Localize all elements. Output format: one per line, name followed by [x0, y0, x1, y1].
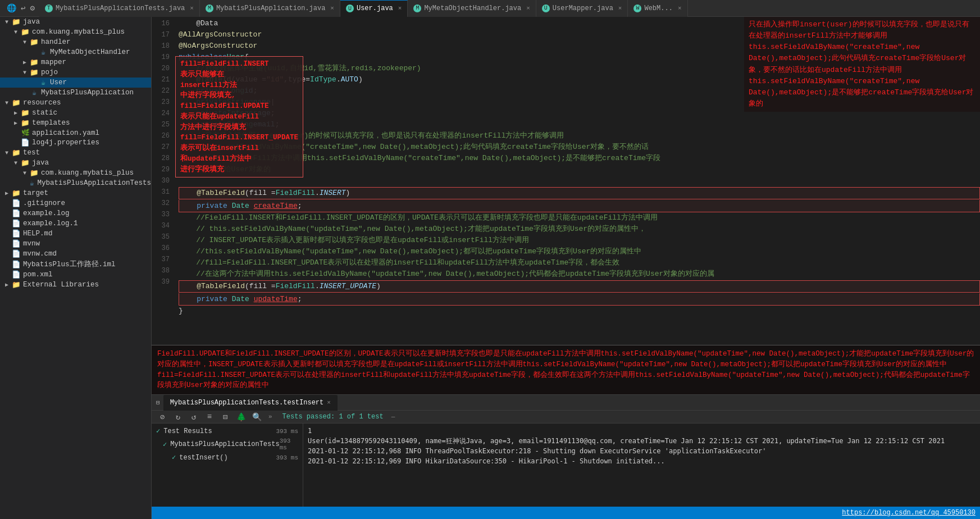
tab-close-mapper[interactable]: ×	[618, 5, 622, 12]
revert-icon[interactable]: ↩	[21, 3, 25, 13]
tree-item-log4j[interactable]: 📄 log4j.properties	[0, 138, 151, 148]
bottom-tab-close[interactable]: ×	[327, 399, 331, 406]
tree-item-external[interactable]: ▶ 📁 External Libraries	[0, 280, 151, 290]
test-method-item[interactable]: ✓ testInsert() 393 ms	[152, 452, 303, 463]
status-bar: https://blog.csdn.net/qq_45950130	[152, 507, 980, 519]
bottom-tab-testinsert[interactable]: MybatisPlusApplicationTests.testInsert ×	[163, 395, 338, 411]
tree-item-gitignore[interactable]: 📄 .gitignore	[0, 198, 151, 208]
folder-icon-pojo: 📁	[29, 68, 39, 77]
test-class-check: ✓	[163, 440, 167, 449]
anno-text-2: insertFill方法	[180, 80, 298, 91]
anno-text-5: 方法中进行字段填充	[180, 122, 298, 133]
tree-label-mapper: mapper	[41, 58, 66, 66]
tree-item-java[interactable]: ▼ 📁 java	[0, 17, 151, 27]
tab-label-mapper: UserMapper.java	[553, 4, 613, 12]
tree-item-tests-class[interactable]: ☕ MybatisPlusApplicationTests	[0, 178, 151, 188]
tab-webm[interactable]: W WebM... ×	[628, 0, 687, 17]
tree-item-target[interactable]: ▶ 📁 target	[0, 188, 151, 198]
arrow-mapper: ▶	[20, 59, 29, 66]
tree-label-test-com: com.kuang.mybatis_plus	[41, 169, 134, 177]
tree-item-iml[interactable]: 📄 MybatisPlus工作路径.iml	[0, 259, 151, 270]
test-class-item[interactable]: ✓ MybatisPlusApplicationTests 393 ms	[152, 436, 303, 452]
tab-close-app[interactable]: ×	[330, 5, 334, 12]
pass-badge: Tests passed: 1 of 1 test	[282, 413, 384, 421]
tree-item-pom[interactable]: 📄 pom.xml	[0, 270, 151, 280]
tree-label-log4j: log4j.properties	[32, 139, 99, 147]
tree-item-static[interactable]: ▶ 📁 static	[0, 108, 151, 118]
code-content[interactable]: fill=FieldFill.INSERT 表示只能够在 insertFill方…	[174, 17, 980, 345]
arrow-target: ▶	[2, 190, 11, 197]
arrow-external: ▶	[2, 281, 11, 288]
tree-item-test-java[interactable]: ▼ 📁 java	[0, 158, 151, 168]
tab-icon-meta: M	[413, 4, 421, 12]
tree-label-exlog: example.log	[23, 210, 70, 217]
tree-label-pom: pom.xml	[23, 271, 53, 279]
rerun-btn[interactable]: ↻	[172, 411, 184, 423]
tab-close-meta[interactable]: ×	[526, 5, 530, 12]
console-line-3: 2021-01-12 22:15:12,968 INFO ThreadPoolT…	[308, 446, 976, 456]
bottom-toolbar: ⊘ ↻ ↺ ≡ ⊟ 🌲 🔍 » Tests passed: 1 of 1 tes…	[152, 411, 980, 424]
test-class-time: 393 ms	[280, 438, 298, 451]
tree-item-handler[interactable]: ▼ 📁 handler	[0, 37, 151, 47]
tree-view-btn[interactable]: 🌲	[235, 411, 247, 423]
tree-item-mybatisapp[interactable]: ☕ MybatisPlusApplication	[0, 88, 151, 98]
tree-item-user[interactable]: ☕ User	[0, 78, 151, 88]
tree-label-mymetahandler: MyMetaObjectHandler	[50, 48, 130, 56]
exlog1-icon: 📄	[11, 219, 21, 228]
stop-btn[interactable]: ⊘	[156, 411, 168, 423]
tree-item-templates[interactable]: ▶ 📁 templates	[0, 118, 151, 128]
tree-item-mymetahandler[interactable]: ☕ MyMetaObjectHandler	[0, 47, 151, 57]
tab-usermapper[interactable]: U UserMapper.java ×	[536, 0, 628, 17]
arrow-test-com: ▼	[20, 170, 29, 176]
tree-item-mvnwcmd[interactable]: 📄 mvnw.cmd	[0, 249, 151, 259]
tree-label-iml: MybatisPlus工作路径.iml	[23, 260, 116, 269]
line-numbers: 1617181920 2122232425 2627282930 3132333…	[152, 17, 174, 345]
tab-close-tests[interactable]: ×	[190, 5, 194, 12]
folder-icon-test-java: 📁	[20, 158, 30, 167]
tab-user[interactable]: U User.java ×	[340, 0, 408, 17]
tree-item-test[interactable]: ▼ 📁 test	[0, 148, 151, 158]
tab-close-user[interactable]: ×	[398, 5, 402, 12]
anno-text-update: fill=FieldFill.UPDATE	[180, 101, 298, 112]
code-line-31: //FieldFill.INSERT和FieldFill.INSERT_UPDA…	[179, 212, 980, 224]
gitignore-icon: 📄	[11, 199, 21, 208]
iml-icon: 📄	[11, 260, 21, 269]
tab-icon-mapper: U	[542, 4, 550, 12]
tab-close-webm[interactable]: ×	[678, 5, 682, 12]
status-url[interactable]: https://blog.csdn.net/qq_45950130	[842, 509, 976, 517]
tree-item-test-com[interactable]: ▼ 📁 com.kuang.mybatis_plus	[0, 168, 151, 178]
tree-item-com-kuang[interactable]: ▼ 📁 com.kuang.mybatis_plus	[0, 27, 151, 37]
tree-item-mvnw[interactable]: 📄 mvnw	[0, 239, 151, 249]
filter-btn[interactable]: ⊟	[219, 411, 231, 423]
pom-icon: 📄	[11, 270, 21, 279]
test-results-header[interactable]: ✓ Test Results 393 ms	[152, 426, 303, 436]
tree-label-target: target	[23, 189, 48, 197]
annotation-box-left: fill=FieldFill.INSERT 表示只能够在 insertFill方…	[175, 56, 303, 177]
tree-item-exlog[interactable]: 📄 example.log	[0, 208, 151, 218]
java-icon-meta: ☕	[38, 48, 48, 57]
tab-metameta[interactable]: M MyMetaObjectHandler.java ×	[408, 0, 536, 17]
collapse-icon[interactable]: ⊟	[156, 399, 160, 406]
folder-icon-external: 📁	[11, 280, 21, 289]
arrow-test: ▼	[2, 150, 11, 156]
sort-btn[interactable]: ≡	[203, 411, 216, 423]
tab-mybatisplus-tests[interactable]: T MybatisPlusApplicationTests.java ×	[39, 0, 200, 17]
tree-label-test: test	[23, 149, 40, 157]
arrow-pojo: ▼	[20, 70, 29, 76]
tree-item-helpmd[interactable]: 📄 HELP.md	[0, 229, 151, 239]
code-line-34: //this.setFieldValByName("updateTime",ne…	[179, 246, 980, 257]
arrow-test-java: ▼	[11, 160, 20, 166]
tablefield-insert-field: private Date createTime ;	[179, 200, 980, 212]
sidebar: ▼ 📁 java ▼ 📁 com.kuang.mybatis_plus ▼ 📁 …	[0, 17, 152, 519]
settings-icon[interactable]: ⚙	[30, 3, 34, 13]
tree-item-mapper[interactable]: ▶ 📁 mapper	[0, 57, 151, 67]
tree-item-yaml[interactable]: 🌿 application.yaml	[0, 128, 151, 138]
tree-item-pojo[interactable]: ▼ 📁 pojo	[0, 67, 151, 78]
search-toolbar-btn[interactable]: 🔍	[250, 411, 263, 423]
rerun-failed-btn[interactable]: ↺	[188, 411, 200, 423]
tab-mybatisplus-app[interactable]: M MybatisPlusApplication.java ×	[200, 0, 340, 17]
tab-bar-icons: 🌐 ↩ ⚙	[2, 3, 39, 13]
tree-item-resources[interactable]: ▼ 📁 resources	[0, 98, 151, 108]
test-results-label: Test Results	[163, 427, 212, 435]
tree-item-exlog1[interactable]: 📄 example.log.1	[0, 218, 151, 229]
